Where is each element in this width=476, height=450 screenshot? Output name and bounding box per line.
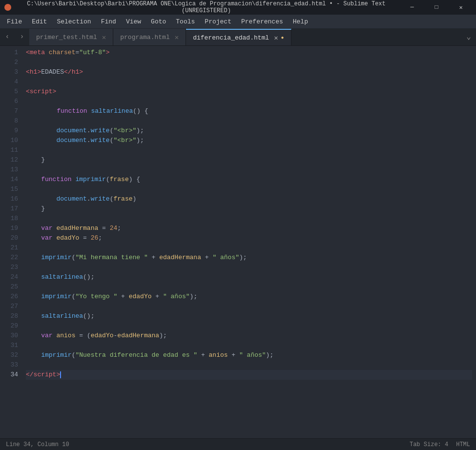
menu-preferences[interactable]: Preferences [236, 16, 288, 27]
line-num-24: 24 [0, 272, 18, 282]
code-area[interactable]: <meta charset="utf-8"> <h1>EDADES</h1> <… [22, 46, 476, 438]
line-num-25: 25 [0, 282, 18, 292]
code-line-31 [26, 341, 472, 350]
code-line-11 [26, 145, 472, 155]
code-line-6 [26, 97, 472, 106]
title-bar-controls: ─ □ ✕ [401, 0, 472, 15]
line-num-13: 13 [0, 165, 18, 175]
line-num-11: 11 [0, 145, 18, 155]
code-line-17: } [26, 204, 472, 214]
line-num-1: 1 [0, 48, 18, 58]
tab-diferencia-edad[interactable]: diferencia_edad.html ✕ [186, 29, 291, 45]
line-num-5: 5 [0, 87, 18, 97]
line-num-8: 8 [0, 116, 18, 126]
line-num-17: 17 [0, 204, 18, 214]
menu-edit[interactable]: Edit [27, 16, 52, 27]
tab-size[interactable]: Tab Size: 4 [410, 441, 448, 448]
code-line-13 [26, 165, 472, 175]
tab-primer-test[interactable]: primer_test.html ✕ [29, 29, 113, 45]
syntax-label[interactable]: HTML [456, 441, 470, 448]
code-line-21 [26, 243, 472, 253]
tab-label: primer_test.html [36, 34, 97, 41]
code-line-26: imprimir("Yo tengo " + edadYo + " años")… [26, 292, 472, 302]
tab-close-icon[interactable]: ✕ [175, 33, 179, 41]
line-num-20: 20 [0, 233, 18, 243]
code-line-32: imprimir("Nuestra diferencia de edad es … [26, 350, 472, 360]
line-num-26: 26 [0, 292, 18, 302]
editor[interactable]: 1 2 3 4 5 6 7 8 9 10 11 12 13 14 15 16 1… [0, 46, 476, 438]
line-num-28: 28 [0, 311, 18, 321]
menu-help[interactable]: Help [288, 16, 313, 27]
tab-close-icon[interactable]: ✕ [274, 34, 278, 42]
code-line-33 [26, 360, 472, 370]
menu-view[interactable]: View [121, 16, 146, 27]
line-num-7: 7 [0, 106, 18, 116]
code-line-18 [26, 214, 472, 224]
tab-close-icon[interactable]: ✕ [102, 33, 106, 41]
status-left: Line 34, Column 10 [6, 441, 69, 448]
menu-file[interactable]: File [2, 16, 27, 27]
menu-find[interactable]: Find [96, 16, 121, 27]
line-num-6: 6 [0, 97, 18, 106]
maximize-button[interactable]: □ [425, 0, 448, 15]
code-line-5: <script> [26, 87, 472, 97]
close-button[interactable]: ✕ [450, 0, 472, 15]
code-line-9: document.write("<br>"); [26, 126, 472, 136]
menu-goto[interactable]: Goto [146, 16, 171, 27]
line-num-23: 23 [0, 263, 18, 272]
menu-selection[interactable]: Selection [52, 16, 96, 27]
status-right: Tab Size: 4 HTML [410, 441, 470, 448]
tab-label: diferencia_edad.html [193, 34, 269, 41]
code-line-27 [26, 302, 472, 311]
code-line-3: <h1>EDADES</h1> [26, 67, 472, 77]
minimize-button[interactable]: ─ [401, 0, 423, 15]
title-bar: C:\Users\Barbi\Desktop\Barbi\PROGRAMA ON… [0, 0, 476, 15]
menu-bar: File Edit Selection Find View Goto Tools… [0, 15, 476, 28]
code-line-34: </script> [26, 370, 472, 380]
code-line-4 [26, 77, 472, 87]
line-num-9: 9 [0, 126, 18, 136]
tab-overflow[interactable]: ⌄ [461, 28, 476, 45]
code-line-20: var edadYo = 26; [26, 233, 472, 243]
code-line-23 [26, 263, 472, 272]
line-num-30: 30 [0, 331, 18, 341]
line-num-12: 12 [0, 155, 18, 165]
code-line-19: var edadHermana = 24; [26, 224, 472, 233]
line-num-33: 33 [0, 360, 18, 370]
code-line-14: function imprimir(frase) { [26, 175, 472, 184]
menu-project[interactable]: Project [200, 16, 236, 27]
line-num-21: 21 [0, 243, 18, 253]
line-num-32: 32 [0, 350, 18, 360]
code-line-22: imprimir("Mi hermana tiene " + edadHerma… [26, 253, 472, 263]
title-bar-text: C:\Users\Barbi\Desktop\Barbi\PROGRAMA ON… [16, 0, 397, 14]
code-line-2 [26, 58, 472, 67]
tab-programa[interactable]: programa.html ✕ [113, 29, 186, 45]
app-icon [4, 3, 12, 11]
code-line-29 [26, 321, 472, 331]
code-line-25 [26, 282, 472, 292]
line-num-10: 10 [0, 136, 18, 145]
line-num-31: 31 [0, 341, 18, 350]
code-line-12: } [26, 155, 472, 165]
line-numbers: 1 2 3 4 5 6 7 8 9 10 11 12 13 14 15 16 1… [0, 46, 22, 438]
line-num-34: 34 [0, 370, 18, 380]
code-line-1: <meta charset="utf-8"> [26, 48, 472, 58]
code-line-10: document.write("<br>"); [26, 136, 472, 145]
line-num-3: 3 [0, 67, 18, 77]
code-line-8 [26, 116, 472, 126]
line-num-2: 2 [0, 58, 18, 67]
line-num-4: 4 [0, 77, 18, 87]
tab-bar: ‹ › primer_test.html ✕ programa.html ✕ d… [0, 28, 476, 46]
code-line-30: var anios = (edadYo-edadHermana); [26, 331, 472, 341]
svg-point-0 [4, 4, 11, 11]
status-bar: Line 34, Column 10 Tab Size: 4 HTML [0, 438, 476, 450]
menu-tools[interactable]: Tools [171, 16, 200, 27]
tab-label: programa.html [120, 34, 169, 41]
code-line-28: saltarlinea(); [26, 311, 472, 321]
line-num-29: 29 [0, 321, 18, 331]
code-line-15 [26, 184, 472, 194]
tab-nav-right[interactable]: › [15, 28, 29, 45]
tab-nav-left[interactable]: ‹ [0, 28, 15, 45]
line-num-22: 22 [0, 253, 18, 263]
line-num-16: 16 [0, 194, 18, 204]
